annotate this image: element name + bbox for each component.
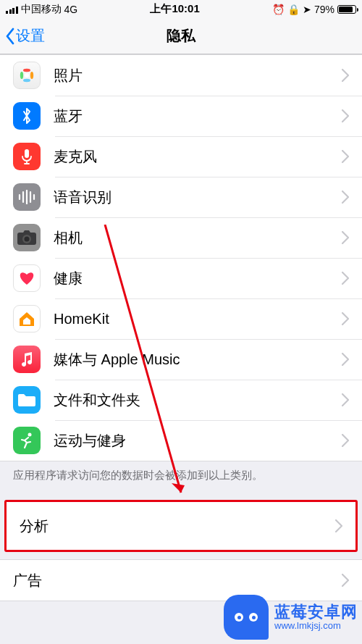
chevron-right-icon: [342, 353, 349, 366]
status-left: 中国移动 4G: [6, 3, 77, 16]
row-label: 照片: [54, 66, 342, 85]
chevron-right-icon: [342, 231, 349, 244]
svg-point-13: [25, 237, 30, 242]
watermark-title: 蓝莓安卓网: [274, 603, 358, 621]
watermark-url: www.lmkjsj.com: [274, 621, 358, 631]
group-footer: 应用程序请求访问您的数据时会被添加到以上类别。: [0, 461, 362, 493]
settings-list: 照片 蓝牙 麦克风 语音识别: [0, 54, 362, 601]
chevron-right-icon: [342, 312, 349, 325]
row-label: 蓝牙: [54, 106, 342, 126]
highlight-analytics: 分析: [4, 500, 358, 552]
row-label: 语音识别: [54, 188, 342, 207]
row-label: 文件和文件夹: [54, 390, 342, 410]
bluetooth-icon: [13, 102, 41, 130]
chevron-right-icon: [342, 109, 349, 122]
privacy-categories-group: 照片 蓝牙 麦克风 语音识别: [0, 54, 362, 461]
row-camera[interactable]: 相机: [0, 217, 362, 258]
row-label: 运动与健身: [54, 431, 342, 451]
row-label: HomeKit: [54, 311, 342, 327]
row-analytics[interactable]: 分析: [7, 502, 355, 550]
svg-point-2: [23, 79, 30, 82]
photos-icon: [13, 62, 41, 89]
chevron-left-icon: [4, 28, 16, 45]
waveform-icon: [13, 183, 41, 211]
row-label: 分析: [20, 517, 335, 536]
chevron-right-icon: [342, 574, 349, 587]
signal-icon: [6, 5, 18, 14]
chevron-right-icon: [342, 272, 349, 285]
row-label: 健康: [54, 269, 342, 288]
chevron-right-icon: [342, 69, 349, 82]
watermark: 蓝莓安卓网 www.lmkjsj.com: [224, 595, 358, 640]
svg-point-4: [30, 72, 33, 79]
row-health[interactable]: 健康: [0, 258, 362, 298]
row-media-apple-music[interactable]: 媒体与 Apple Music: [0, 339, 362, 380]
status-right: ⏰ 🔒 ➤ 79%: [272, 4, 356, 15]
carrier-label: 中国移动: [21, 3, 62, 16]
watermark-logo-icon: [224, 595, 269, 640]
folder-icon: [13, 386, 41, 414]
row-homekit[interactable]: HomeKit: [0, 298, 362, 339]
row-label: 相机: [54, 228, 342, 248]
status-bar: 中国移动 4G 上午10:01 ⏰ 🔒 ➤ 79%: [0, 0, 362, 18]
chevron-right-icon: [342, 150, 349, 163]
row-files[interactable]: 文件和文件夹: [0, 380, 362, 420]
back-label: 设置: [16, 26, 45, 46]
status-time: 上午10:01: [150, 2, 199, 16]
row-label: 麦克风: [54, 147, 342, 167]
microphone-icon: [13, 143, 41, 170]
music-icon: [13, 346, 41, 373]
svg-point-3: [20, 72, 23, 79]
svg-point-14: [28, 433, 32, 437]
chevron-right-icon: [342, 434, 349, 447]
row-photos[interactable]: 照片: [0, 55, 362, 96]
battery-icon: [337, 5, 356, 14]
battery-pct: 79%: [314, 4, 334, 15]
row-speech[interactable]: 语音识别: [0, 177, 362, 217]
heart-icon: [13, 264, 41, 292]
running-icon: [13, 427, 41, 454]
camera-icon: [13, 224, 41, 251]
network-label: 4G: [64, 4, 78, 15]
row-label: 广告: [13, 571, 342, 590]
chevron-right-icon: [342, 393, 349, 406]
row-label: 媒体与 Apple Music: [54, 350, 342, 369]
svg-point-1: [23, 69, 30, 72]
chevron-right-icon: [335, 519, 342, 532]
nav-bar: 设置 隐私: [0, 18, 362, 54]
chevron-right-icon: [342, 191, 349, 204]
lock-icon: 🔒: [287, 4, 300, 15]
svg-rect-5: [25, 149, 29, 158]
row-motion-fitness[interactable]: 运动与健身: [0, 420, 362, 461]
back-button[interactable]: 设置: [4, 26, 45, 46]
svg-point-0: [25, 73, 29, 78]
row-bluetooth[interactable]: 蓝牙: [0, 96, 362, 136]
alarm-icon: ⏰: [272, 4, 285, 15]
row-microphone[interactable]: 麦克风: [0, 136, 362, 177]
home-icon: [13, 305, 41, 333]
location-icon: ➤: [303, 4, 311, 15]
page-title: 隐私: [167, 26, 195, 46]
